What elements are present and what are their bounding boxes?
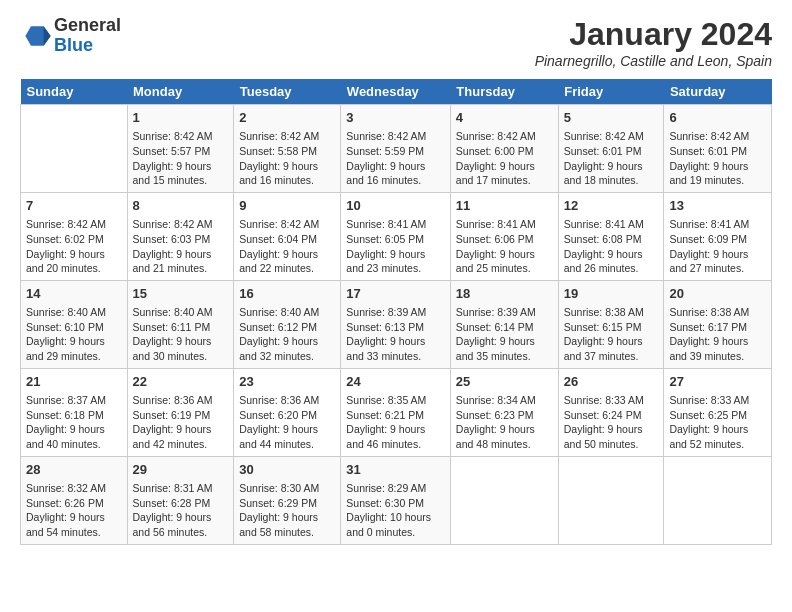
- day-header-friday: Friday: [558, 79, 664, 105]
- day-info: Sunrise: 8:41 AM Sunset: 6:09 PM Dayligh…: [669, 217, 766, 276]
- day-number: 13: [669, 197, 766, 215]
- day-header-tuesday: Tuesday: [234, 79, 341, 105]
- day-info: Sunrise: 8:42 AM Sunset: 6:01 PM Dayligh…: [669, 129, 766, 188]
- day-info: Sunrise: 8:35 AM Sunset: 6:21 PM Dayligh…: [346, 393, 445, 452]
- day-number: 10: [346, 197, 445, 215]
- calendar-day-cell: 9Sunrise: 8:42 AM Sunset: 6:04 PM Daylig…: [234, 192, 341, 280]
- calendar-day-cell: 16Sunrise: 8:40 AM Sunset: 6:12 PM Dayli…: [234, 280, 341, 368]
- calendar-day-cell: 28Sunrise: 8:32 AM Sunset: 6:26 PM Dayli…: [21, 456, 128, 544]
- day-info: Sunrise: 8:37 AM Sunset: 6:18 PM Dayligh…: [26, 393, 122, 452]
- logo-icon: [24, 22, 52, 50]
- day-header-thursday: Thursday: [450, 79, 558, 105]
- day-number: 30: [239, 461, 335, 479]
- calendar-day-cell: 26Sunrise: 8:33 AM Sunset: 6:24 PM Dayli…: [558, 368, 664, 456]
- calendar-day-cell: 20Sunrise: 8:38 AM Sunset: 6:17 PM Dayli…: [664, 280, 772, 368]
- day-info: Sunrise: 8:42 AM Sunset: 5:59 PM Dayligh…: [346, 129, 445, 188]
- calendar-day-cell: 6Sunrise: 8:42 AM Sunset: 6:01 PM Daylig…: [664, 105, 772, 193]
- calendar-day-cell: 23Sunrise: 8:36 AM Sunset: 6:20 PM Dayli…: [234, 368, 341, 456]
- calendar-header-row: SundayMondayTuesdayWednesdayThursdayFrid…: [21, 79, 772, 105]
- calendar-day-cell: 22Sunrise: 8:36 AM Sunset: 6:19 PM Dayli…: [127, 368, 234, 456]
- calendar-week-row: 7Sunrise: 8:42 AM Sunset: 6:02 PM Daylig…: [21, 192, 772, 280]
- day-number: 22: [133, 373, 229, 391]
- calendar-day-cell: 18Sunrise: 8:39 AM Sunset: 6:14 PM Dayli…: [450, 280, 558, 368]
- day-info: Sunrise: 8:31 AM Sunset: 6:28 PM Dayligh…: [133, 481, 229, 540]
- day-info: Sunrise: 8:42 AM Sunset: 6:04 PM Dayligh…: [239, 217, 335, 276]
- day-info: Sunrise: 8:42 AM Sunset: 6:01 PM Dayligh…: [564, 129, 659, 188]
- day-info: Sunrise: 8:33 AM Sunset: 6:24 PM Dayligh…: [564, 393, 659, 452]
- calendar-day-cell: 11Sunrise: 8:41 AM Sunset: 6:06 PM Dayli…: [450, 192, 558, 280]
- calendar-week-row: 14Sunrise: 8:40 AM Sunset: 6:10 PM Dayli…: [21, 280, 772, 368]
- day-info: Sunrise: 8:29 AM Sunset: 6:30 PM Dayligh…: [346, 481, 445, 540]
- day-header-saturday: Saturday: [664, 79, 772, 105]
- calendar-day-cell: 21Sunrise: 8:37 AM Sunset: 6:18 PM Dayli…: [21, 368, 128, 456]
- day-info: Sunrise: 8:41 AM Sunset: 6:06 PM Dayligh…: [456, 217, 553, 276]
- calendar-day-cell: [558, 456, 664, 544]
- day-info: Sunrise: 8:40 AM Sunset: 6:12 PM Dayligh…: [239, 305, 335, 364]
- subtitle: Pinarnegrillo, Castille and Leon, Spain: [535, 53, 772, 69]
- day-info: Sunrise: 8:34 AM Sunset: 6:23 PM Dayligh…: [456, 393, 553, 452]
- calendar-day-cell: 2Sunrise: 8:42 AM Sunset: 5:58 PM Daylig…: [234, 105, 341, 193]
- day-info: Sunrise: 8:32 AM Sunset: 6:26 PM Dayligh…: [26, 481, 122, 540]
- logo-general: General: [54, 16, 121, 36]
- page: General Blue January 2024 Pinarnegrillo,…: [0, 0, 792, 555]
- day-number: 17: [346, 285, 445, 303]
- calendar-day-cell: 13Sunrise: 8:41 AM Sunset: 6:09 PM Dayli…: [664, 192, 772, 280]
- day-number: 7: [26, 197, 122, 215]
- day-number: 31: [346, 461, 445, 479]
- day-info: Sunrise: 8:33 AM Sunset: 6:25 PM Dayligh…: [669, 393, 766, 452]
- calendar-day-cell: 8Sunrise: 8:42 AM Sunset: 6:03 PM Daylig…: [127, 192, 234, 280]
- calendar-day-cell: 31Sunrise: 8:29 AM Sunset: 6:30 PM Dayli…: [341, 456, 451, 544]
- calendar-day-cell: 7Sunrise: 8:42 AM Sunset: 6:02 PM Daylig…: [21, 192, 128, 280]
- calendar-day-cell: 15Sunrise: 8:40 AM Sunset: 6:11 PM Dayli…: [127, 280, 234, 368]
- calendar-day-cell: 25Sunrise: 8:34 AM Sunset: 6:23 PM Dayli…: [450, 368, 558, 456]
- svg-marker-1: [44, 26, 51, 46]
- calendar-week-row: 28Sunrise: 8:32 AM Sunset: 6:26 PM Dayli…: [21, 456, 772, 544]
- day-number: 20: [669, 285, 766, 303]
- day-number: 15: [133, 285, 229, 303]
- calendar-day-cell: 3Sunrise: 8:42 AM Sunset: 5:59 PM Daylig…: [341, 105, 451, 193]
- day-number: 12: [564, 197, 659, 215]
- day-info: Sunrise: 8:41 AM Sunset: 6:05 PM Dayligh…: [346, 217, 445, 276]
- day-number: 2: [239, 109, 335, 127]
- day-info: Sunrise: 8:42 AM Sunset: 6:03 PM Dayligh…: [133, 217, 229, 276]
- day-info: Sunrise: 8:41 AM Sunset: 6:08 PM Dayligh…: [564, 217, 659, 276]
- calendar-day-cell: [450, 456, 558, 544]
- day-number: 23: [239, 373, 335, 391]
- day-info: Sunrise: 8:40 AM Sunset: 6:10 PM Dayligh…: [26, 305, 122, 364]
- logo: General Blue: [20, 16, 121, 56]
- day-number: 14: [26, 285, 122, 303]
- calendar-day-cell: 4Sunrise: 8:42 AM Sunset: 6:00 PM Daylig…: [450, 105, 558, 193]
- day-number: 19: [564, 285, 659, 303]
- calendar-day-cell: 10Sunrise: 8:41 AM Sunset: 6:05 PM Dayli…: [341, 192, 451, 280]
- day-header-sunday: Sunday: [21, 79, 128, 105]
- header: General Blue January 2024 Pinarnegrillo,…: [20, 16, 772, 69]
- day-number: 18: [456, 285, 553, 303]
- day-header-wednesday: Wednesday: [341, 79, 451, 105]
- calendar-day-cell: 5Sunrise: 8:42 AM Sunset: 6:01 PM Daylig…: [558, 105, 664, 193]
- day-number: 11: [456, 197, 553, 215]
- day-info: Sunrise: 8:30 AM Sunset: 6:29 PM Dayligh…: [239, 481, 335, 540]
- day-number: 26: [564, 373, 659, 391]
- calendar-day-cell: 27Sunrise: 8:33 AM Sunset: 6:25 PM Dayli…: [664, 368, 772, 456]
- day-number: 24: [346, 373, 445, 391]
- calendar-week-row: 1Sunrise: 8:42 AM Sunset: 5:57 PM Daylig…: [21, 105, 772, 193]
- day-number: 28: [26, 461, 122, 479]
- calendar-day-cell: 29Sunrise: 8:31 AM Sunset: 6:28 PM Dayli…: [127, 456, 234, 544]
- day-info: Sunrise: 8:42 AM Sunset: 5:58 PM Dayligh…: [239, 129, 335, 188]
- day-number: 25: [456, 373, 553, 391]
- logo-blue: Blue: [54, 36, 121, 56]
- day-header-monday: Monday: [127, 79, 234, 105]
- title-block: January 2024 Pinarnegrillo, Castille and…: [535, 16, 772, 69]
- day-number: 4: [456, 109, 553, 127]
- calendar-day-cell: 14Sunrise: 8:40 AM Sunset: 6:10 PM Dayli…: [21, 280, 128, 368]
- calendar-day-cell: [664, 456, 772, 544]
- day-info: Sunrise: 8:42 AM Sunset: 5:57 PM Dayligh…: [133, 129, 229, 188]
- calendar-day-cell: 30Sunrise: 8:30 AM Sunset: 6:29 PM Dayli…: [234, 456, 341, 544]
- calendar-table: SundayMondayTuesdayWednesdayThursdayFrid…: [20, 79, 772, 545]
- day-number: 29: [133, 461, 229, 479]
- calendar-day-cell: 17Sunrise: 8:39 AM Sunset: 6:13 PM Dayli…: [341, 280, 451, 368]
- calendar-day-cell: 1Sunrise: 8:42 AM Sunset: 5:57 PM Daylig…: [127, 105, 234, 193]
- day-info: Sunrise: 8:36 AM Sunset: 6:19 PM Dayligh…: [133, 393, 229, 452]
- day-number: 9: [239, 197, 335, 215]
- day-info: Sunrise: 8:40 AM Sunset: 6:11 PM Dayligh…: [133, 305, 229, 364]
